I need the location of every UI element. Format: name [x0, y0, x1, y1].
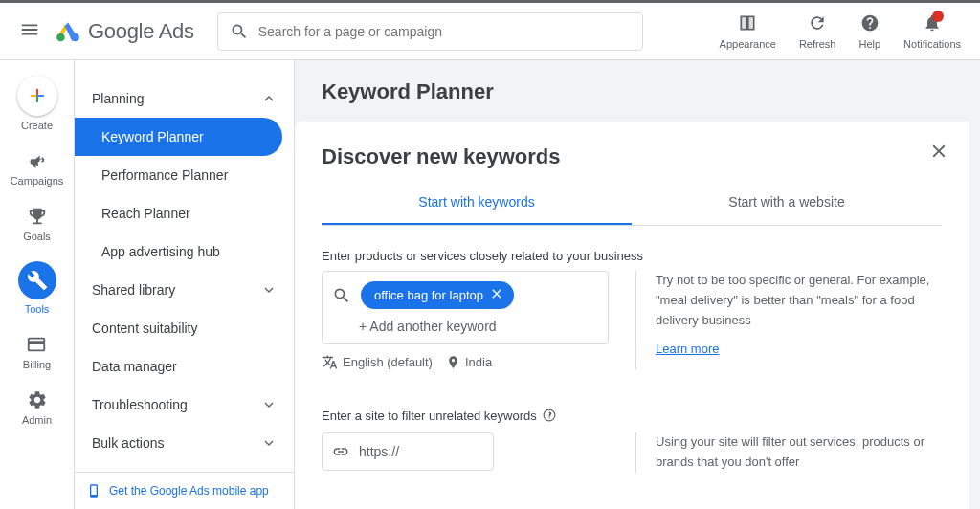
search-icon: [332, 286, 351, 305]
help-icon: [860, 13, 880, 33]
search-box[interactable]: [217, 12, 643, 51]
tab-keywords[interactable]: Start with keywords: [322, 181, 632, 225]
appearance-button[interactable]: Appearance: [720, 13, 776, 50]
header-actions: Appearance Refresh Help Notifications: [720, 13, 961, 50]
notifications-button[interactable]: Notifications: [903, 13, 961, 50]
language-selector[interactable]: English (default): [322, 354, 433, 370]
sidebar-section-planning[interactable]: Planning: [75, 79, 294, 118]
help-button[interactable]: Help: [858, 13, 880, 50]
sidebar-item-reach-planner[interactable]: Reach Planner: [75, 194, 282, 232]
svg-rect-6: [36, 97, 38, 102]
remove-chip-button[interactable]: [489, 286, 504, 304]
sidebar-section-troubleshooting[interactable]: Troubleshooting: [75, 386, 294, 424]
sidebar-item-app-advertising-hub[interactable]: App advertising hub: [75, 232, 282, 271]
learn-more-link[interactable]: Learn more: [656, 342, 719, 356]
megaphone-icon: [26, 150, 47, 171]
rail-tools[interactable]: Tools: [18, 261, 56, 315]
translate-icon: [322, 354, 338, 370]
chevron-up-icon: [261, 91, 277, 106]
svg-rect-8: [36, 95, 38, 97]
plus-icon: [26, 84, 49, 107]
alert-badge: [932, 11, 944, 22]
trophy-icon: [27, 206, 48, 227]
help-tooltip-button[interactable]: [543, 410, 556, 425]
create-button[interactable]: Create: [17, 76, 57, 131]
card-icon: [26, 334, 47, 355]
page-title: Keyword Planner: [295, 60, 980, 122]
rail-goals[interactable]: Goals: [23, 206, 51, 242]
appearance-icon: [738, 13, 757, 33]
products-label: Enter products or services closely relat…: [322, 249, 942, 263]
keyword-input-box[interactable]: office bag for laptop + Add another keyw…: [322, 271, 609, 344]
phone-icon: [86, 480, 101, 501]
filter-tip-text: Using your site will filter out services…: [656, 432, 942, 473]
chevron-down-icon: [261, 435, 277, 451]
location-icon: [446, 355, 460, 369]
google-ads-logo-icon: [56, 19, 80, 44]
left-rail: Create Campaigns Goals Tools Billing Adm…: [0, 60, 75, 509]
sidebar-section-data-manager[interactable]: Data manager: [75, 347, 294, 386]
gear-icon: [27, 389, 48, 410]
close-icon: [489, 286, 504, 301]
chevron-down-icon: [261, 397, 277, 412]
rail-admin[interactable]: Admin: [22, 389, 52, 426]
tip-text: Try not to be too specific or general. F…: [656, 271, 942, 330]
tools-icon: [27, 270, 48, 291]
svg-point-1: [71, 33, 79, 41]
sidebar-item-keyword-planner[interactable]: Keyword Planner: [75, 118, 282, 156]
keyword-chip: office bag for laptop: [361, 281, 514, 309]
brand-logo[interactable]: Google Ads: [56, 19, 194, 44]
help-circle-icon: [543, 409, 556, 422]
svg-rect-5: [38, 95, 44, 97]
sidebar-section-bulk-actions[interactable]: Bulk actions: [75, 424, 294, 462]
app-promo[interactable]: Get the Google Ads mobile app: [75, 472, 294, 509]
link-icon: [332, 443, 349, 460]
location-selector[interactable]: India: [446, 355, 492, 369]
brand-text: Google Ads: [88, 19, 194, 44]
refresh-icon: [808, 13, 827, 33]
rail-billing[interactable]: Billing: [23, 334, 51, 370]
filter-label: Enter a site to filter unrelated keyword…: [322, 409, 942, 425]
close-button[interactable]: [928, 141, 949, 166]
sidebar-item-performance-planner[interactable]: Performance Planner: [75, 156, 282, 194]
main-content: Keyword Planner Discover new keywords St…: [295, 60, 980, 509]
rail-campaigns[interactable]: Campaigns: [11, 150, 64, 187]
menu-icon[interactable]: [19, 19, 40, 44]
refresh-button[interactable]: Refresh: [799, 13, 836, 50]
chevron-down-icon: [261, 282, 277, 298]
close-icon: [928, 141, 949, 162]
tabs: Start with keywords Start with a website: [322, 181, 942, 226]
sidebar-section-content-suitability[interactable]: Content suitability: [75, 309, 294, 347]
svg-rect-7: [31, 95, 36, 97]
app-header: Google Ads Appearance Refresh Help Notif…: [0, 3, 980, 60]
discover-keywords-card: Discover new keywords Start with keyword…: [295, 122, 969, 509]
svg-rect-10: [91, 486, 96, 495]
card-title: Discover new keywords: [322, 144, 942, 169]
add-keyword-button[interactable]: + Add another keyword: [332, 319, 598, 334]
sidebar: Planning Keyword Planner Performance Pla…: [75, 60, 295, 509]
search-input[interactable]: [258, 24, 631, 39]
sidebar-section-shared-library[interactable]: Shared library: [75, 271, 294, 309]
svg-rect-4: [36, 89, 38, 95]
url-input[interactable]: https://: [322, 432, 494, 471]
svg-point-0: [56, 33, 65, 41]
tab-website[interactable]: Start with a website: [632, 181, 942, 225]
search-icon: [230, 22, 249, 41]
